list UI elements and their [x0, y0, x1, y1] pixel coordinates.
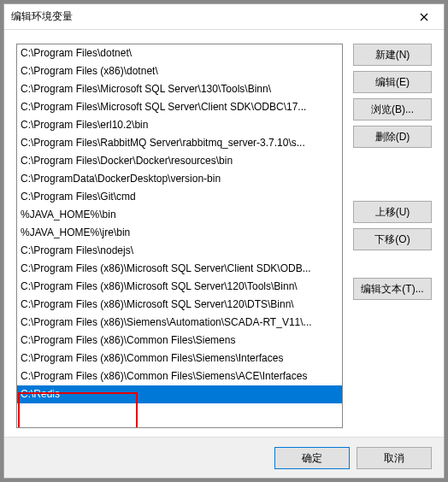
titlebar: 编辑环境变量: [4, 4, 444, 30]
list-item[interactable]: C:\Program Files (x86)\Microsoft SQL Ser…: [17, 278, 342, 296]
path-items-container: C:\Program Files\dotnet\C:\Program Files…: [17, 44, 342, 427]
list-item[interactable]: C:\Program Files (x86)\Siemens\Automatio…: [17, 314, 342, 332]
list-item[interactable]: %JAVA_HOME%\jre\bin: [17, 224, 342, 242]
move-down-button[interactable]: 下移(O): [353, 228, 432, 250]
spacer: [353, 153, 432, 196]
spacer: [353, 256, 432, 273]
list-item[interactable]: C:\Program Files (x86)\Common Files\Siem…: [17, 367, 342, 385]
close-button[interactable]: [404, 4, 444, 30]
list-item[interactable]: C:\Program Files (x86)\Microsoft SQL Ser…: [17, 260, 342, 278]
env-var-edit-dialog: 编辑环境变量 C:\Program Files\dotnet\C:\Progra…: [3, 3, 445, 479]
list-item[interactable]: C:\Program Files\dotnet\: [17, 44, 342, 62]
list-item[interactable]: C:\Program Files\RabbitMQ Server\rabbitm…: [17, 134, 342, 152]
list-item[interactable]: %JAVA_HOME%\bin: [17, 206, 342, 224]
path-listbox[interactable]: C:\Program Files\dotnet\C:\Program Files…: [16, 44, 343, 428]
side-buttons: 新建(N) 编辑(E) 浏览(B)... 删除(D) 上移(U) 下移(O) 编…: [353, 44, 432, 428]
main-content: C:\Program Files\dotnet\C:\Program Files…: [4, 30, 444, 437]
browse-button[interactable]: 浏览(B)...: [353, 98, 432, 120]
move-up-button[interactable]: 上移(U): [353, 201, 432, 223]
delete-button[interactable]: 删除(D): [353, 126, 432, 148]
list-item[interactable]: C:\Program Files\erl10.2\bin: [17, 116, 342, 134]
new-button[interactable]: 新建(N): [353, 44, 432, 66]
list-item[interactable]: C:\Program Files\nodejs\: [17, 242, 342, 260]
new-entry-input[interactable]: [21, 403, 339, 421]
new-entry-row[interactable]: [17, 403, 342, 421]
list-item[interactable]: C:\Program Files\Git\cmd: [17, 188, 342, 206]
edit-text-button[interactable]: 编辑文本(T)...: [353, 278, 432, 300]
list-item[interactable]: C:\ProgramData\DockerDesktop\version-bin: [17, 170, 342, 188]
list-item[interactable]: C:\Program Files (x86)\Microsoft SQL Ser…: [17, 296, 342, 314]
list-item[interactable]: C:\Program Files\Microsoft SQL Server\13…: [17, 80, 342, 98]
list-item[interactable]: C:\Redis: [17, 385, 342, 403]
ok-button[interactable]: 确定: [274, 447, 350, 469]
dialog-title: 编辑环境变量: [4, 9, 404, 24]
list-item[interactable]: C:\Program Files (x86)\dotnet\: [17, 62, 342, 80]
edit-button[interactable]: 编辑(E): [353, 71, 432, 93]
cancel-button[interactable]: 取消: [357, 447, 432, 469]
list-item[interactable]: C:\Program Files (x86)\Common Files\Siem…: [17, 332, 342, 350]
dialog-footer: 确定 取消: [4, 437, 444, 478]
list-item[interactable]: C:\Program Files\Docker\Docker\resources…: [17, 152, 342, 170]
close-icon: [420, 13, 428, 21]
list-item[interactable]: C:\Program Files (x86)\Common Files\Siem…: [17, 350, 342, 367]
list-item[interactable]: C:\Program Files\Microsoft SQL Server\Cl…: [17, 98, 342, 116]
